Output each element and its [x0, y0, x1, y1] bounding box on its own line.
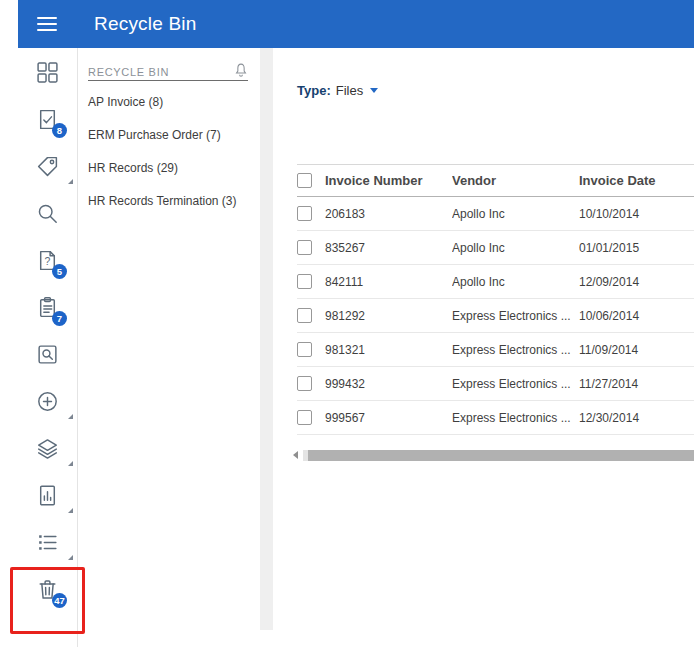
- box-search-icon: [36, 343, 59, 366]
- table-row[interactable]: 981292 Express Electronics ... 10/06/201…: [297, 299, 694, 333]
- cell-vendor: Apollo Inc: [452, 275, 579, 289]
- panel-list: AP Invoice (8) ERM Purchase Order (7) HR…: [78, 86, 260, 218]
- type-filter-value: Files: [336, 83, 363, 98]
- row-checkbox[interactable]: [297, 240, 312, 255]
- page-title: Recycle Bin: [94, 13, 197, 35]
- row-checkbox[interactable]: [297, 342, 312, 357]
- panel-item[interactable]: HR Records (29): [78, 152, 260, 185]
- sidebar-item-search[interactable]: [18, 190, 77, 237]
- table-header-row: Invoice Number Vendor Invoice Date: [297, 164, 694, 197]
- select-all-checkbox[interactable]: [297, 173, 312, 188]
- row-checkbox[interactable]: [297, 206, 312, 221]
- panel-divider: [88, 80, 248, 81]
- cell-invoice-date: 11/27/2014: [579, 377, 694, 391]
- svg-text:?: ?: [45, 256, 51, 267]
- cell-invoice-date: 11/09/2014: [579, 343, 694, 357]
- cell-invoice-number: 999567: [325, 411, 452, 425]
- cell-vendor: Express Electronics ...: [452, 343, 579, 357]
- row-checkbox[interactable]: [297, 410, 312, 425]
- expand-corner: [68, 508, 73, 513]
- top-bar: Recycle Bin: [18, 0, 694, 48]
- cell-vendor: Express Electronics ...: [452, 377, 579, 391]
- bell-icon[interactable]: [234, 62, 248, 78]
- table-row[interactable]: 981321 Express Electronics ... 11/09/201…: [297, 333, 694, 367]
- column-header-invoice-date[interactable]: Invoice Date: [579, 173, 694, 188]
- expand-corner: [68, 179, 73, 184]
- sidebar-item-dashboard[interactable]: [18, 49, 77, 96]
- column-header-invoice-number[interactable]: Invoice Number: [325, 173, 452, 188]
- type-filter: Type: Files: [297, 83, 378, 98]
- menu-icon[interactable]: [37, 17, 57, 32]
- badge-count: 7: [52, 311, 67, 326]
- cell-invoice-date: 12/30/2014: [579, 411, 694, 425]
- search-icon: [36, 202, 59, 225]
- table-body: 206183 Apollo Inc 10/10/2014 835267 Apol…: [297, 197, 694, 435]
- scrollbar-thumb[interactable]: [308, 450, 694, 461]
- expand-corner: [68, 461, 73, 466]
- horizontal-scrollbar: [289, 448, 694, 462]
- panel-title: RECYCLE BIN: [88, 66, 234, 78]
- scrollbar-track[interactable]: [303, 450, 694, 461]
- panel-header: RECYCLE BIN: [88, 58, 248, 78]
- cell-vendor: Apollo Inc: [452, 241, 579, 255]
- grid-icon: [36, 61, 59, 84]
- cell-invoice-number: 981321: [325, 343, 452, 357]
- panel-item[interactable]: AP Invoice (8): [78, 86, 260, 119]
- expand-corner: [68, 414, 73, 419]
- expand-corner: [68, 555, 73, 560]
- main-content: Type: Files Invoice Number Vendor Invoic…: [273, 48, 694, 647]
- sidebar-item-list-view[interactable]: [18, 519, 77, 566]
- cell-vendor: Express Electronics ...: [452, 309, 579, 323]
- row-checkbox[interactable]: [297, 376, 312, 391]
- cell-invoice-number: 981292: [325, 309, 452, 323]
- cell-invoice-number: 999432: [325, 377, 452, 391]
- table-row[interactable]: 206183 Apollo Inc 10/10/2014: [297, 197, 694, 231]
- badge-count: 47: [52, 593, 67, 608]
- table-row[interactable]: 999567 Express Electronics ... 12/30/201…: [297, 401, 694, 435]
- cell-invoice-date: 10/10/2014: [579, 207, 694, 221]
- cell-invoice-number: 835267: [325, 241, 452, 255]
- cell-invoice-number: 842111: [325, 275, 452, 289]
- sidebar-item-new[interactable]: [18, 378, 77, 425]
- type-filter-dropdown[interactable]: Files: [336, 83, 378, 98]
- row-checkbox[interactable]: [297, 274, 312, 289]
- app-window: Recycle Bin 8: [0, 0, 694, 647]
- layers-icon: [36, 437, 59, 460]
- cell-vendor: Express Electronics ...: [452, 411, 579, 425]
- table-row[interactable]: 835267 Apollo Inc 01/01/2015: [297, 231, 694, 265]
- table-row[interactable]: 999432 Express Electronics ... 11/27/201…: [297, 367, 694, 401]
- row-checkbox[interactable]: [297, 308, 312, 323]
- sidebar-item-recycle-bin[interactable]: 47: [18, 566, 77, 613]
- panel-item[interactable]: HR Records Termination (3): [78, 185, 260, 218]
- report-icon: [36, 484, 59, 507]
- badge-count: 5: [52, 264, 67, 279]
- badge-count: 8: [52, 123, 67, 138]
- cell-invoice-date: 10/06/2014: [579, 309, 694, 323]
- invoice-table: Invoice Number Vendor Invoice Date 20618…: [297, 164, 694, 435]
- scroll-left-arrow-icon[interactable]: [289, 449, 301, 461]
- icon-sidebar: 8 ? 5 7: [18, 48, 78, 647]
- cell-invoice-date: 01/01/2015: [579, 241, 694, 255]
- tag-icon: [36, 155, 59, 178]
- panel-item[interactable]: ERM Purchase Order (7): [78, 119, 260, 152]
- table-row[interactable]: 842111 Apollo Inc 12/09/2014: [297, 265, 694, 299]
- sidebar-item-clipboard[interactable]: 7: [18, 284, 77, 331]
- sidebar-item-records-search[interactable]: [18, 331, 77, 378]
- sidebar-item-tasks[interactable]: 8: [18, 96, 77, 143]
- plus-circle-icon: [36, 390, 59, 413]
- type-filter-label: Type:: [297, 83, 331, 98]
- sidebar-item-layers[interactable]: [18, 425, 77, 472]
- cell-vendor: Apollo Inc: [452, 207, 579, 221]
- cell-invoice-date: 12/09/2014: [579, 275, 694, 289]
- sidebar-item-reports[interactable]: [18, 472, 77, 519]
- recycle-bin-panel: RECYCLE BIN AP Invoice (8) ERM Purchase …: [78, 48, 260, 630]
- caret-down-icon: [370, 88, 378, 93]
- column-header-vendor[interactable]: Vendor: [452, 173, 579, 188]
- panel-resize-handle[interactable]: [260, 48, 273, 630]
- sidebar-item-forms[interactable]: ? 5: [18, 237, 77, 284]
- list-icon: [36, 531, 59, 554]
- cell-invoice-number: 206183: [325, 207, 452, 221]
- sidebar-item-tags[interactable]: [18, 143, 77, 190]
